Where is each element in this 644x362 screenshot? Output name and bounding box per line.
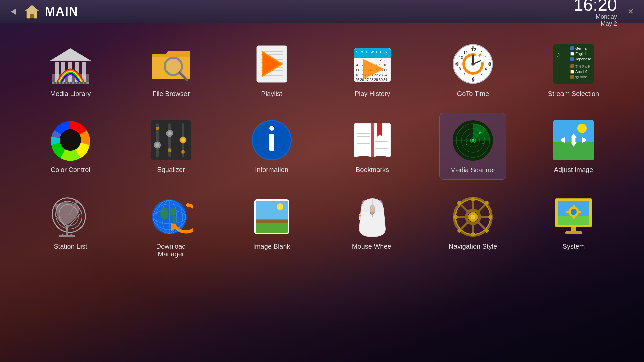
app-item-bookmarks[interactable]: Bookmarks <box>339 113 406 180</box>
svg-rect-240 <box>578 211 581 213</box>
svg-rect-18 <box>74 82 76 84</box>
svg-rect-113 <box>570 64 574 68</box>
app-item-stream-selection[interactable]: ♪ German English Japanese 変換播放器 <box>540 37 607 103</box>
svg-marker-10 <box>50 48 91 61</box>
svg-text:27: 27 <box>365 78 369 82</box>
svg-text:28: 28 <box>369 78 373 82</box>
app-item-goto-time[interactable]: 12 3 6 9 2 1 4 5 7 8 10 11 <box>439 37 506 103</box>
svg-point-221 <box>471 232 475 236</box>
svg-text:English: English <box>575 52 587 56</box>
app-item-information[interactable]: Information <box>238 113 305 180</box>
app-item-adjust-image[interactable]: Adjust Image <box>540 113 607 180</box>
svg-rect-138 <box>269 134 274 151</box>
svg-text:変換播放器: 変換播放器 <box>575 65 590 68</box>
app-item-navigation-style[interactable]: Navigation Style <box>439 190 506 263</box>
svg-rect-21 <box>84 82 86 84</box>
mouse-wheel-icon <box>351 195 394 239</box>
svg-text:23: 23 <box>379 73 383 77</box>
svg-rect-238 <box>573 216 575 219</box>
system-label: System <box>562 243 585 250</box>
svg-rect-16 <box>67 82 69 84</box>
svg-text:♪: ♪ <box>556 49 560 59</box>
svg-rect-2 <box>30 14 34 18</box>
svg-line-217 <box>479 223 486 230</box>
svg-rect-242 <box>565 231 582 234</box>
svg-marker-0 <box>11 8 16 15</box>
svg-point-226 <box>485 201 489 205</box>
svg-point-222 <box>453 215 458 219</box>
back-button[interactable] <box>7 5 20 18</box>
svg-text:Abcdef: Abcdef <box>575 70 587 74</box>
svg-text:7: 7 <box>463 71 466 76</box>
close-button[interactable]: ✕ <box>624 5 637 18</box>
svg-text:6: 6 <box>472 76 475 82</box>
image-blank-label: Image Blank <box>253 243 290 250</box>
svg-text:2: 2 <box>380 58 382 62</box>
svg-text:8: 8 <box>459 67 461 71</box>
svg-rect-116 <box>571 70 574 73</box>
svg-point-224 <box>457 201 461 205</box>
app-item-station-list[interactable]: Station List <box>37 190 104 263</box>
svg-rect-207 <box>359 215 361 217</box>
app-item-equalizer[interactable]: Equalizer <box>138 113 205 180</box>
goto-time-icon: 12 3 6 9 2 1 4 5 7 8 10 11 <box>451 42 495 86</box>
svg-text:31: 31 <box>383 78 387 82</box>
svg-rect-20 <box>80 82 83 84</box>
svg-point-125 <box>155 143 159 147</box>
svg-point-134 <box>181 150 185 154</box>
svg-text:9: 9 <box>379 63 381 67</box>
svg-point-192 <box>169 208 176 216</box>
svg-rect-17 <box>70 82 72 84</box>
app-item-media-library[interactable]: Media Library <box>37 37 104 103</box>
svg-point-157 <box>479 132 481 134</box>
svg-point-133 <box>168 148 171 152</box>
svg-point-193 <box>172 216 177 223</box>
svg-point-132 <box>156 127 159 130</box>
svg-text:जुस खनिज: जुस खनिज <box>575 76 587 79</box>
svg-text:F: F <box>380 50 382 54</box>
svg-text:10: 10 <box>459 55 463 60</box>
svg-point-177 <box>75 200 79 203</box>
svg-point-172 <box>571 137 576 143</box>
svg-point-236 <box>571 209 577 215</box>
svg-text:9: 9 <box>456 61 459 67</box>
svg-point-159 <box>482 143 484 144</box>
svg-text:4: 4 <box>356 63 358 67</box>
file-browser-icon <box>149 42 193 86</box>
svg-rect-197 <box>255 200 288 220</box>
download-manager-icon <box>149 195 193 239</box>
svg-text:29: 29 <box>374 78 378 82</box>
app-item-color-control[interactable]: Color Control <box>37 113 104 180</box>
play-history-label: Play History <box>355 90 390 98</box>
color-control-label: Color Control <box>51 166 90 174</box>
svg-rect-40 <box>354 54 391 58</box>
app-item-download-manager[interactable]: Download Manager <box>138 190 205 263</box>
app-item-playlist[interactable]: Playlist <box>238 37 305 103</box>
svg-text:4: 4 <box>485 67 487 71</box>
station-list-label: Station List <box>54 243 87 250</box>
main-content: Media Library File Browser <box>0 23 644 274</box>
app-item-file-browser[interactable]: File Browser <box>138 37 205 103</box>
svg-rect-14 <box>60 82 62 84</box>
app-item-system[interactable]: System <box>540 190 607 263</box>
svg-rect-12 <box>54 82 56 84</box>
svg-rect-108 <box>571 52 574 55</box>
svg-text:German: German <box>575 46 589 50</box>
svg-rect-139 <box>371 123 374 157</box>
stream-selection-label: Stream Selection <box>548 90 599 98</box>
app-item-play-history[interactable]: S M T W T F S 1 2 3 4 5 6 7 8 <box>339 37 406 103</box>
svg-point-223 <box>488 215 492 219</box>
svg-rect-13 <box>57 82 59 84</box>
page-title: MAIN <box>45 5 574 19</box>
stream-selection-icon: ♪ German English Japanese 変換播放器 <box>552 42 595 86</box>
app-item-media-scanner[interactable]: Media Scanner <box>439 113 506 180</box>
svg-text:3: 3 <box>489 61 491 67</box>
time-display: 16:20 <box>574 0 617 13</box>
playlist-icon <box>250 42 293 86</box>
app-item-mouse-wheel[interactable]: Mouse Wheel <box>339 190 406 263</box>
navigation-style-label: Navigation Style <box>449 243 497 250</box>
adjust-image-label: Adjust Image <box>554 166 593 174</box>
color-control-icon <box>49 118 92 162</box>
app-row-1: Media Library File Browser <box>20 37 624 103</box>
app-item-image-blank[interactable]: Image Blank <box>238 190 305 263</box>
